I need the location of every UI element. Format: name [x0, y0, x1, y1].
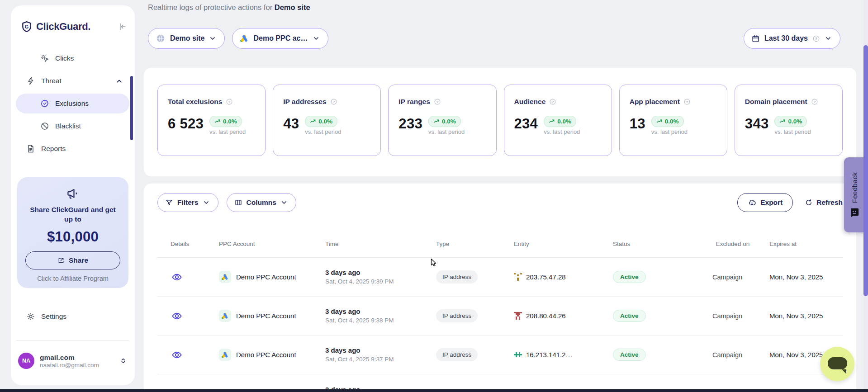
subtitle-site: Demo site: [275, 3, 310, 11]
type-badge: IP address: [436, 348, 478, 361]
sidebar-item-label: Exclusions: [55, 99, 89, 108]
avatar: NA: [18, 353, 34, 369]
share-button[interactable]: Share: [25, 251, 120, 269]
trend-badge: 0.0%: [209, 116, 242, 127]
refresh-label: Refresh: [816, 198, 843, 207]
chat-bubble-tail: [842, 369, 846, 374]
columns-dropdown[interactable]: Columns: [227, 193, 296, 212]
sidebar-item-clicks[interactable]: Clicks: [16, 48, 129, 68]
svg-text:?: ?: [228, 100, 231, 104]
sidebar-item-blacklist[interactable]: Blacklist: [16, 116, 129, 136]
column-header-details: Details: [157, 241, 219, 247]
chevron-down-icon: [209, 35, 216, 42]
help-icon[interactable]: ?: [434, 98, 441, 105]
user-meta: gmail.com naatali.ro@gmail.com: [40, 354, 114, 368]
filters-label: Filters: [177, 198, 199, 207]
globe-icon: [156, 33, 166, 43]
column-header-time: Time: [325, 241, 436, 247]
column-header-ppc-account: PPC Account: [219, 241, 325, 247]
date-range-dropdown[interactable]: Last 30 days ?: [744, 28, 840, 49]
help-icon[interactable]: ?: [811, 98, 818, 105]
logo-row: G ClickGuard.: [11, 5, 135, 33]
trend-caption: vs. last period: [305, 128, 341, 135]
trend-up-icon: [310, 118, 316, 125]
trend-badge: 0.0%: [305, 116, 337, 127]
table-body: Demo PPC Account3 days agoSat, Oct 4, 20…: [157, 258, 843, 392]
sidebar-item-reports[interactable]: Reports: [16, 139, 129, 159]
table-row: Demo PPC Account3 days agoSat, Oct 4, 20…: [157, 335, 843, 374]
sidebar-item-label: Reports: [41, 145, 66, 153]
sidebar-scrollbar-thumb[interactable]: [130, 76, 133, 140]
user-name: gmail.com: [40, 354, 114, 362]
export-button[interactable]: Export: [737, 193, 793, 212]
row-details-eye-icon[interactable]: [171, 311, 219, 321]
svg-text:?: ?: [686, 100, 688, 104]
stat-card-app-placement: App placement?130.0%vs. last period: [619, 85, 727, 156]
column-header-status: Status: [613, 241, 712, 247]
clickguard-shield-logo-icon: G: [21, 21, 33, 33]
stat-value: 234: [514, 115, 538, 133]
help-icon[interactable]: ?: [330, 98, 337, 105]
svg-text:?: ?: [815, 37, 817, 41]
calendar-icon: [751, 34, 760, 43]
google-ads-icon: [219, 310, 231, 322]
stat-label: App placement: [630, 98, 680, 106]
page-subtitle: Realtime logs of protective actions for …: [148, 3, 310, 12]
stat-label: IP ranges: [398, 98, 430, 106]
columns-label: Columns: [247, 198, 276, 207]
promo-headline: Share ClickGuard and get up to: [25, 205, 120, 224]
gear-icon: [26, 312, 35, 321]
page-scrollbar[interactable]: [863, 0, 868, 392]
row-details-eye-icon[interactable]: [171, 272, 219, 283]
column-header-expires-at: Expires at: [769, 241, 843, 247]
site-selector-dropdown[interactable]: Demo site: [148, 28, 225, 49]
chevron-down-icon: [280, 199, 288, 206]
entity-value: 16.213.141.2…: [526, 351, 573, 359]
sidebar-item-settings[interactable]: Settings: [16, 307, 129, 326]
chevron-down-icon: [825, 35, 832, 42]
trend-caption: vs. last period: [428, 128, 465, 135]
trend-badge: 0.0%: [428, 116, 461, 127]
ban-icon: [40, 122, 49, 131]
stats-cards: Total exclusions?6 5230.0%vs. last perio…: [144, 68, 856, 156]
refresh-button[interactable]: Refresh: [805, 198, 843, 207]
trend-value: 0.0%: [557, 118, 571, 125]
trend-value: 0.0%: [665, 118, 679, 125]
help-icon[interactable]: ?: [683, 98, 691, 105]
account-selector-dropdown[interactable]: Demo PPC ac…: [232, 28, 328, 49]
exclusions-table-panel: Filters Columns Export Refresh DetailsPP…: [144, 184, 856, 392]
row-details-eye-icon[interactable]: [171, 349, 219, 360]
table-toolbar: Filters Columns Export Refresh: [144, 184, 856, 212]
account-selector-value: Demo PPC ac…: [253, 34, 308, 43]
chat-bubble-icon: [828, 357, 847, 369]
sidebar-item-threat[interactable]: Threat: [16, 71, 129, 91]
trend-caption: vs. last period: [209, 128, 246, 135]
sidebar-nav: ClicksThreatExclusionsBlacklistReports: [16, 48, 129, 161]
stat-label: Audience: [514, 98, 546, 106]
page-scrollbar-thumb[interactable]: [863, 45, 868, 296]
trend-badge: 0.0%: [544, 116, 576, 127]
trend-up-icon: [214, 118, 221, 125]
help-icon[interactable]: ?: [549, 98, 556, 105]
feedback-tab[interactable]: Feedback: [844, 157, 865, 232]
filters-dropdown[interactable]: Filters: [157, 193, 218, 212]
svg-text:?: ?: [552, 100, 554, 104]
stats-panel: Total exclusions?6 5230.0%vs. last perio…: [144, 68, 856, 176]
table-row: Demo PPC Account3 days agoSat, Oct 4, 20…: [157, 258, 843, 297]
stat-value: 43: [283, 115, 299, 133]
account-switcher[interactable]: NA gmail.com naatali.ro@gmail.com: [18, 353, 129, 369]
columns-icon: [234, 198, 242, 207]
sidebar-collapse-icon[interactable]: [118, 22, 127, 31]
status-badge: Active: [613, 271, 646, 283]
entity-value: 208.80.44.26: [526, 312, 566, 320]
column-header-entity: Entity: [514, 241, 613, 247]
help-icon[interactable]: ?: [226, 98, 233, 105]
stat-label: Total exclusions: [168, 98, 222, 106]
chat-widget-button[interactable]: [820, 347, 854, 381]
svg-text:?: ?: [436, 100, 439, 104]
affiliate-link[interactable]: Click to Affiliate Program: [25, 275, 120, 282]
help-icon[interactable]: ?: [812, 35, 820, 43]
sidebar-item-exclusions[interactable]: Exclusions: [16, 94, 129, 113]
time-absolute: Sat, Oct 4, 2025 9:39 PM: [325, 278, 436, 285]
funnel-icon: [165, 198, 173, 207]
